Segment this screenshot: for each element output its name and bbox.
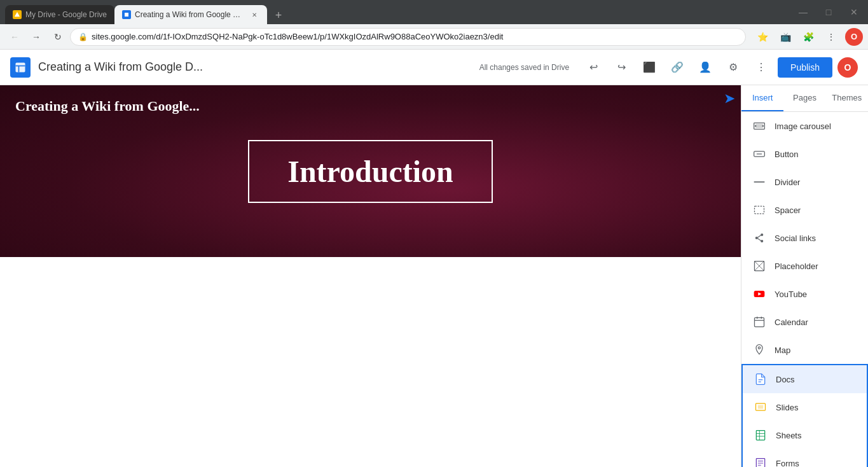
more-button[interactable]: ⋮ xyxy=(750,56,773,79)
app-title: Creating a Wiki from Google D... xyxy=(38,60,472,74)
tab-drive[interactable]: My Drive - Google Drive xyxy=(5,5,114,24)
button-label: Button xyxy=(775,150,799,159)
address-text: sites.google.com/d/1f-IOxDmzdSQH2-NaPgk-… xyxy=(92,32,738,41)
list-item[interactable]: Divider xyxy=(741,168,868,196)
tab-insert[interactable]: Insert xyxy=(741,85,783,111)
forward-button[interactable]: → xyxy=(27,27,46,46)
header-actions: ↩ ↪ ⬛ 🔗 👤 ⚙ ⋮ Publish O xyxy=(582,56,858,79)
svg-rect-6 xyxy=(755,124,763,129)
tab-drive-title: My Drive - Google Drive xyxy=(25,10,107,19)
svg-rect-32 xyxy=(756,431,764,440)
reload-button[interactable]: ↻ xyxy=(48,27,67,46)
list-item[interactable]: Social links xyxy=(741,224,868,252)
extensions-icon[interactable]: 🧩 xyxy=(799,28,817,46)
sheets-icon xyxy=(753,428,768,443)
list-item[interactable]: Image carousel xyxy=(741,112,868,140)
main-layout: Creating a Wiki from Google... Introduct… xyxy=(0,85,868,467)
app-header: Creating a Wiki from Google D... All cha… xyxy=(0,50,868,85)
browser-profile[interactable]: O xyxy=(845,28,863,46)
social-icon xyxy=(752,230,767,246)
sheets-label: Sheets xyxy=(776,431,801,440)
docs-icon xyxy=(753,372,768,387)
spacer-label: Spacer xyxy=(775,206,801,215)
slides-icon xyxy=(753,400,768,415)
svg-line-17 xyxy=(758,239,761,240)
list-item[interactable]: Placeholder xyxy=(741,252,868,280)
youtube-label: YouTube xyxy=(775,289,807,299)
link-button[interactable]: 🔗 xyxy=(666,56,689,79)
preview-button[interactable]: ⬛ xyxy=(638,56,661,79)
svg-point-14 xyxy=(761,234,763,236)
tab-sites-title: Creating a Wiki from Google Do... xyxy=(135,10,245,19)
publish-button[interactable]: Publish xyxy=(778,57,832,78)
sites-favicon xyxy=(122,10,131,19)
settings-button[interactable]: ⚙ xyxy=(722,56,745,79)
content-area[interactable] xyxy=(0,257,741,448)
new-tab-button[interactable]: + xyxy=(270,6,287,24)
list-item[interactable]: Sheets xyxy=(743,421,867,449)
bookmarks-icon[interactable]: ⭐ xyxy=(754,28,771,46)
minimize-button[interactable]: — xyxy=(794,3,812,21)
svg-rect-2 xyxy=(16,62,25,72)
placeholder-icon xyxy=(752,258,767,274)
right-sidebar: ➤ Insert Pages Themes xyxy=(741,85,868,467)
google-apps-section: Docs Slides xyxy=(741,364,868,467)
close-button[interactable]: ✕ xyxy=(845,3,863,21)
youtube-icon xyxy=(752,286,767,302)
list-item[interactable]: Spacer xyxy=(741,196,868,224)
browser-tabs: My Drive - Google Drive Creating a Wiki … xyxy=(5,0,789,24)
tab-close-button[interactable]: ✕ xyxy=(249,10,259,20)
site-banner: Creating a Wiki from Google... Introduct… xyxy=(0,85,741,257)
drive-favicon xyxy=(13,10,22,19)
intro-box[interactable]: Introduction xyxy=(248,140,493,203)
insert-arrow: ➤ xyxy=(724,90,735,107)
address-bar[interactable]: 🔒 sites.google.com/d/1f-IOxDmzdSQH2-NaPg… xyxy=(70,28,746,46)
calendar-icon xyxy=(752,314,767,330)
sidebar-tabs: Insert Pages Themes xyxy=(741,85,868,112)
settings-icon[interactable]: ⋮ xyxy=(822,28,840,46)
svg-point-15 xyxy=(761,240,763,242)
list-item[interactable]: Slides xyxy=(743,393,867,421)
map-label: Map xyxy=(775,345,790,355)
svg-rect-38 xyxy=(758,463,763,464)
tab-pages[interactable]: Pages xyxy=(783,85,825,111)
svg-point-8 xyxy=(762,125,764,127)
svg-rect-31 xyxy=(758,405,763,409)
svg-rect-37 xyxy=(758,461,763,462)
window-controls: — □ ✕ xyxy=(794,3,863,21)
back-button[interactable]: ← xyxy=(5,27,24,46)
list-item[interactable]: Map xyxy=(741,336,868,364)
undo-button[interactable]: ↩ xyxy=(582,56,605,79)
list-item[interactable]: Calendar xyxy=(741,308,868,336)
divider-icon xyxy=(752,174,767,190)
svg-point-13 xyxy=(755,237,758,239)
tab-themes[interactable]: Themes xyxy=(826,85,868,111)
svg-point-27 xyxy=(758,347,760,349)
cast-icon[interactable]: 📺 xyxy=(776,28,794,46)
carousel-icon xyxy=(752,118,767,134)
user-avatar[interactable]: O xyxy=(837,57,858,78)
list-item[interactable]: Button xyxy=(741,140,868,168)
svg-rect-1 xyxy=(125,13,128,17)
share-button[interactable]: 👤 xyxy=(694,56,717,79)
button-icon xyxy=(752,146,767,162)
list-item[interactable]: Docs xyxy=(743,365,867,393)
divider-label: Divider xyxy=(775,178,800,187)
redo-button[interactable]: ↪ xyxy=(610,56,633,79)
forms-icon xyxy=(753,456,768,467)
slides-label: Slides xyxy=(776,403,798,412)
carousel-label: Image carousel xyxy=(775,122,831,131)
sidebar-tabs-wrapper: ➤ Insert Pages Themes xyxy=(741,85,868,112)
svg-line-16 xyxy=(758,235,761,237)
list-item[interactable]: Forms xyxy=(743,449,867,467)
calendar-label: Calendar xyxy=(775,317,808,327)
insert-list: Image carousel Button xyxy=(741,112,868,467)
browser-chrome: My Drive - Google Drive Creating a Wiki … xyxy=(0,0,868,24)
address-bar-row: ← → ↻ 🔒 sites.google.com/d/1f-IOxDmzdSQH… xyxy=(0,24,868,50)
tab-sites[interactable]: Creating a Wiki from Google Do... ✕ xyxy=(114,5,267,24)
maximize-button[interactable]: □ xyxy=(820,3,837,21)
list-item[interactable]: YouTube xyxy=(741,280,868,308)
svg-point-7 xyxy=(755,125,757,127)
docs-label: Docs xyxy=(776,375,795,384)
forms-label: Forms xyxy=(776,459,799,468)
